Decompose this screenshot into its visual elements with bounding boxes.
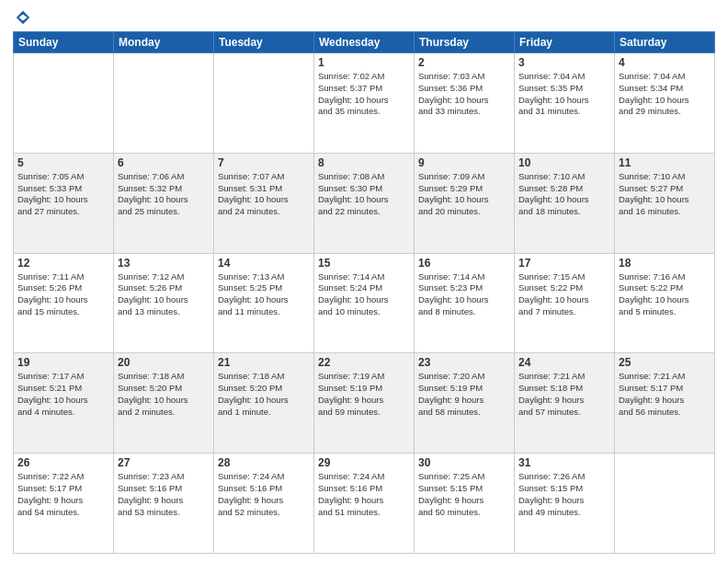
day-number: 20 [118, 356, 210, 369]
day-number: 31 [518, 456, 610, 469]
day-info: Sunrise: 7:18 AM Sunset: 5:20 PM Dayligh… [118, 371, 210, 418]
day-number: 18 [619, 257, 711, 270]
day-info: Sunrise: 7:05 AM Sunset: 5:33 PM Dayligh… [17, 171, 109, 218]
day-info: Sunrise: 7:07 AM Sunset: 5:31 PM Dayligh… [218, 171, 310, 218]
day-info: Sunrise: 7:17 AM Sunset: 5:21 PM Dayligh… [17, 371, 109, 418]
day-info: Sunrise: 7:21 AM Sunset: 5:17 PM Dayligh… [619, 371, 711, 418]
day-number: 24 [518, 356, 610, 369]
day-info: Sunrise: 7:12 AM Sunset: 5:26 PM Dayligh… [118, 271, 210, 318]
day-number: 6 [118, 156, 210, 169]
calendar-week-row: 26Sunrise: 7:22 AM Sunset: 5:17 PM Dayli… [14, 454, 715, 554]
day-number: 11 [619, 156, 711, 169]
day-info: Sunrise: 7:18 AM Sunset: 5:20 PM Dayligh… [218, 371, 310, 418]
day-number: 15 [318, 257, 410, 270]
day-info: Sunrise: 7:24 AM Sunset: 5:16 PM Dayligh… [218, 471, 310, 518]
day-info: Sunrise: 7:08 AM Sunset: 5:30 PM Dayligh… [318, 171, 410, 218]
day-number: 26 [17, 456, 109, 469]
day-number: 28 [218, 456, 310, 469]
page: SundayMondayTuesdayWednesdayThursdayFrid… [0, 0, 728, 563]
day-number: 14 [218, 257, 310, 270]
day-info: Sunrise: 7:25 AM Sunset: 5:15 PM Dayligh… [418, 471, 510, 518]
day-info: Sunrise: 7:09 AM Sunset: 5:29 PM Dayligh… [418, 171, 510, 218]
calendar-cell: 17Sunrise: 7:15 AM Sunset: 5:22 PM Dayli… [515, 253, 615, 353]
weekday-header: Monday [114, 32, 214, 53]
day-info: Sunrise: 7:26 AM Sunset: 5:15 PM Dayligh… [518, 471, 610, 518]
weekday-header: Friday [515, 32, 615, 53]
weekday-header: Saturday [615, 32, 715, 53]
day-number: 21 [218, 356, 310, 369]
calendar-cell: 22Sunrise: 7:19 AM Sunset: 5:19 PM Dayli… [314, 353, 415, 454]
day-info: Sunrise: 7:21 AM Sunset: 5:18 PM Dayligh… [518, 371, 610, 418]
day-number: 5 [17, 156, 109, 169]
day-info: Sunrise: 7:10 AM Sunset: 5:28 PM Dayligh… [518, 171, 610, 218]
day-number: 3 [518, 56, 610, 69]
day-number: 23 [418, 356, 510, 369]
calendar-cell [214, 53, 314, 154]
day-info: Sunrise: 7:19 AM Sunset: 5:19 PM Dayligh… [318, 371, 410, 418]
weekday-header: Wednesday [314, 32, 415, 53]
calendar-cell: 21Sunrise: 7:18 AM Sunset: 5:20 PM Dayli… [214, 353, 314, 454]
calendar-cell: 14Sunrise: 7:13 AM Sunset: 5:25 PM Dayli… [214, 253, 314, 353]
calendar-cell: 23Sunrise: 7:20 AM Sunset: 5:19 PM Dayli… [415, 353, 515, 454]
calendar-cell: 8Sunrise: 7:08 AM Sunset: 5:30 PM Daylig… [314, 153, 415, 253]
day-number: 25 [619, 356, 711, 369]
logo-icon [15, 9, 31, 26]
calendar-cell: 7Sunrise: 7:07 AM Sunset: 5:31 PM Daylig… [214, 153, 314, 253]
calendar-cell: 28Sunrise: 7:24 AM Sunset: 5:16 PM Dayli… [214, 454, 314, 554]
day-number: 16 [418, 257, 510, 270]
calendar-cell [114, 53, 214, 154]
calendar-cell [615, 454, 715, 554]
calendar-cell: 4Sunrise: 7:04 AM Sunset: 5:34 PM Daylig… [615, 53, 715, 154]
logo [13, 9, 33, 26]
day-number: 10 [518, 156, 610, 169]
calendar-week-row: 5Sunrise: 7:05 AM Sunset: 5:33 PM Daylig… [14, 153, 715, 253]
calendar-cell: 9Sunrise: 7:09 AM Sunset: 5:29 PM Daylig… [415, 153, 515, 253]
day-info: Sunrise: 7:03 AM Sunset: 5:36 PM Dayligh… [418, 71, 510, 118]
weekday-header: Sunday [14, 32, 114, 53]
calendar-cell: 27Sunrise: 7:23 AM Sunset: 5:16 PM Dayli… [114, 454, 214, 554]
calendar-cell: 11Sunrise: 7:10 AM Sunset: 5:27 PM Dayli… [615, 153, 715, 253]
day-number: 13 [118, 257, 210, 270]
day-number: 29 [318, 456, 410, 469]
calendar-cell: 18Sunrise: 7:16 AM Sunset: 5:22 PM Dayli… [615, 253, 715, 353]
day-number: 17 [518, 257, 610, 270]
day-number: 2 [418, 56, 510, 69]
day-number: 8 [318, 156, 410, 169]
day-info: Sunrise: 7:23 AM Sunset: 5:16 PM Dayligh… [118, 471, 210, 518]
day-number: 30 [418, 456, 510, 469]
calendar-cell: 30Sunrise: 7:25 AM Sunset: 5:15 PM Dayli… [415, 454, 515, 554]
day-number: 9 [418, 156, 510, 169]
calendar-cell: 25Sunrise: 7:21 AM Sunset: 5:17 PM Dayli… [615, 353, 715, 454]
day-number: 19 [17, 356, 109, 369]
day-info: Sunrise: 7:10 AM Sunset: 5:27 PM Dayligh… [619, 171, 711, 218]
calendar-cell: 24Sunrise: 7:21 AM Sunset: 5:18 PM Dayli… [515, 353, 615, 454]
calendar-week-row: 1Sunrise: 7:02 AM Sunset: 5:37 PM Daylig… [14, 53, 715, 154]
day-info: Sunrise: 7:02 AM Sunset: 5:37 PM Dayligh… [318, 71, 410, 118]
weekday-header: Tuesday [214, 32, 314, 53]
day-info: Sunrise: 7:06 AM Sunset: 5:32 PM Dayligh… [118, 171, 210, 218]
calendar-cell: 2Sunrise: 7:03 AM Sunset: 5:36 PM Daylig… [415, 53, 515, 154]
calendar-cell: 12Sunrise: 7:11 AM Sunset: 5:26 PM Dayli… [14, 253, 114, 353]
day-info: Sunrise: 7:13 AM Sunset: 5:25 PM Dayligh… [218, 271, 310, 318]
calendar-cell: 5Sunrise: 7:05 AM Sunset: 5:33 PM Daylig… [14, 153, 114, 253]
weekday-header: Thursday [415, 32, 515, 53]
day-info: Sunrise: 7:14 AM Sunset: 5:23 PM Dayligh… [418, 271, 510, 318]
day-info: Sunrise: 7:22 AM Sunset: 5:17 PM Dayligh… [17, 471, 109, 518]
calendar-cell: 10Sunrise: 7:10 AM Sunset: 5:28 PM Dayli… [515, 153, 615, 253]
calendar-cell: 20Sunrise: 7:18 AM Sunset: 5:20 PM Dayli… [114, 353, 214, 454]
calendar-table: SundayMondayTuesdayWednesdayThursdayFrid… [13, 31, 715, 554]
day-info: Sunrise: 7:24 AM Sunset: 5:16 PM Dayligh… [318, 471, 410, 518]
day-info: Sunrise: 7:16 AM Sunset: 5:22 PM Dayligh… [619, 271, 711, 318]
day-number: 22 [318, 356, 410, 369]
calendar-cell: 16Sunrise: 7:14 AM Sunset: 5:23 PM Dayli… [415, 253, 515, 353]
calendar-cell: 26Sunrise: 7:22 AM Sunset: 5:17 PM Dayli… [14, 454, 114, 554]
header [13, 9, 715, 26]
calendar-cell: 6Sunrise: 7:06 AM Sunset: 5:32 PM Daylig… [114, 153, 214, 253]
day-number: 1 [318, 56, 410, 69]
calendar-cell: 19Sunrise: 7:17 AM Sunset: 5:21 PM Dayli… [14, 353, 114, 454]
calendar-cell: 31Sunrise: 7:26 AM Sunset: 5:15 PM Dayli… [515, 454, 615, 554]
calendar-cell: 15Sunrise: 7:14 AM Sunset: 5:24 PM Dayli… [314, 253, 415, 353]
day-number: 4 [619, 56, 711, 69]
calendar-week-row: 19Sunrise: 7:17 AM Sunset: 5:21 PM Dayli… [14, 353, 715, 454]
day-number: 27 [118, 456, 210, 469]
